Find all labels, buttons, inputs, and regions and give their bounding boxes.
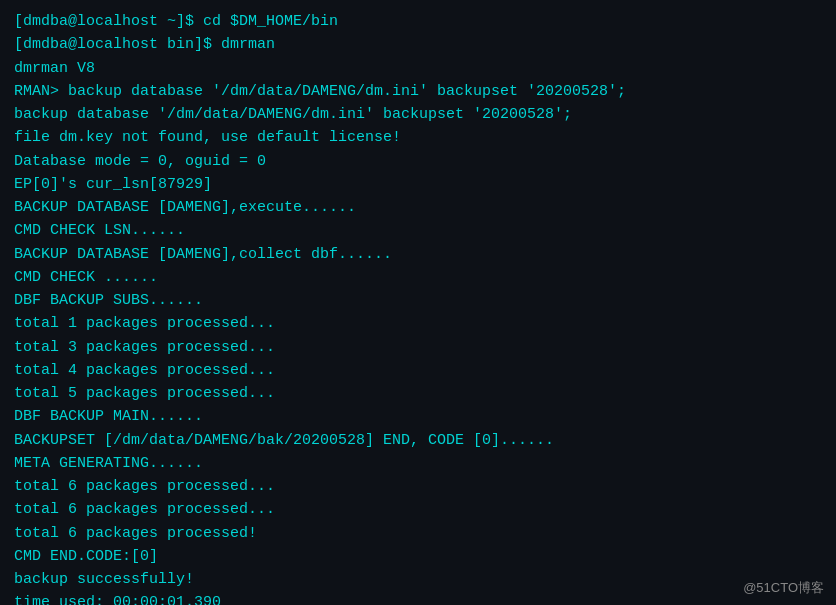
terminal-line: time used: 00:00:01.390 [14,591,822,605]
terminal-line: file dm.key not found, use default licen… [14,126,822,149]
terminal-line: BACKUP DATABASE [DAMENG],execute...... [14,196,822,219]
terminal-line: BACKUP DATABASE [DAMENG],collect dbf....… [14,243,822,266]
terminal-line: total 3 packages processed... [14,336,822,359]
terminal-line: backup database '/dm/data/DAMENG/dm.ini'… [14,103,822,126]
terminal-line: total 1 packages processed... [14,312,822,335]
watermark: @51CTO博客 [743,579,824,597]
terminal-line: total 4 packages processed... [14,359,822,382]
terminal-line: [dmdba@localhost bin]$ dmrman [14,33,822,56]
terminal-line: CMD CHECK ...... [14,266,822,289]
terminal-line: DBF BACKUP MAIN...... [14,405,822,428]
terminal-line: total 6 packages processed... [14,498,822,521]
terminal-line: CMD CHECK LSN...... [14,219,822,242]
terminal-line: backup successfully! [14,568,822,591]
terminal-line: Database mode = 0, oguid = 0 [14,150,822,173]
terminal-window: [dmdba@localhost ~]$ cd $DM_HOME/bin [dm… [0,0,836,605]
terminal-line: dmrman V8 [14,57,822,80]
terminal-line: total 5 packages processed... [14,382,822,405]
terminal-line: META GENERATING...... [14,452,822,475]
terminal-line: [dmdba@localhost ~]$ cd $DM_HOME/bin [14,10,822,33]
terminal-line: total 6 packages processed... [14,475,822,498]
terminal-line: DBF BACKUP SUBS...... [14,289,822,312]
terminal-line: BACKUPSET [/dm/data/DAMENG/bak/20200528]… [14,429,822,452]
terminal-line: EP[0]'s cur_lsn[87929] [14,173,822,196]
terminal-line: total 6 packages processed! [14,522,822,545]
terminal-line: CMD END.CODE:[0] [14,545,822,568]
terminal-line: RMAN> backup database '/dm/data/DAMENG/d… [14,80,822,103]
